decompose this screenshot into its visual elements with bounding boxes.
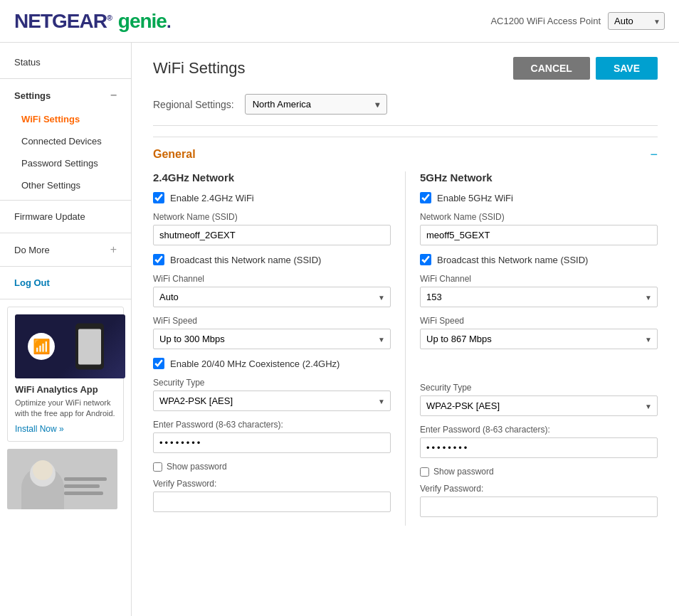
enable-5ghz-checkbox[interactable] [420,192,431,203]
coexistence-spacer [420,358,658,383]
show-password-5ghz-label: Show password [433,467,494,477]
sidebar-item-do-more[interactable]: Do More + [0,237,131,262]
network-5ghz-title: 5GHz Network [420,171,658,184]
app-header: NETGEAR® genie. AC1200 WiFi Access Point… [0,0,679,43]
netgear-text: NETGEAR [14,10,107,32]
support-image [7,449,117,509]
enable-24ghz-row: Enable 2.4GHz WiFi [153,192,391,203]
show-password-24ghz-checkbox[interactable] [153,462,162,472]
verify-password-24ghz-group: Verify Password: [153,479,391,512]
broadcast-5ghz-row: Broadcast this Network name (SSID) [420,254,658,265]
verify-password-5ghz-label: Verify Password: [420,484,658,494]
general-section-header: General − [153,148,658,161]
sidebar-item-logout[interactable]: Log Out [0,270,131,295]
svg-point-4 [33,460,53,480]
sidebar-divider-1 [0,78,131,79]
verify-password-5ghz-input[interactable] [420,496,658,517]
show-password-24ghz-row: Show password [153,462,391,472]
svg-rect-5 [64,477,107,481]
security-5ghz-select-wrapper[interactable]: WPA2-PSK [AES] [420,395,658,416]
logo-area: NETGEAR® genie. [14,10,171,33]
do-more-label: Do More [14,245,50,255]
speed-5ghz-select[interactable]: Up to 867 Mbps [420,329,658,349]
security-24ghz-select[interactable]: WPA2-PSK [AES] [153,391,391,411]
enable-5ghz-label: Enable 5GHz WiFi [437,193,513,203]
show-password-24ghz-label: Show password [167,462,227,472]
security-5ghz-group: Security Type WPA2-PSK [AES] [420,383,658,416]
sidebar: Status Settings − WiFi Settings Connecte… [0,43,132,616]
app-promo-section: 📶 WiFi Analytics App Optimize your WiFi … [7,307,124,442]
page-title: WiFi Settings [153,59,246,78]
regional-settings-label: Regional Settings: [153,99,234,110]
app-promo-description: Optimize your WiFi network with the free… [15,398,116,420]
password-24ghz-input[interactable] [153,432,391,453]
channel-24ghz-group: WiFi Channel Auto [153,274,391,307]
device-select[interactable]: Auto [608,12,665,30]
ssid-24ghz-input[interactable] [153,225,391,245]
password-5ghz-group: Enter Password (8-63 characters): [420,425,658,458]
security-24ghz-group: Security Type WPA2-PSK [AES] [153,378,391,411]
sidebar-divider-5 [0,299,131,299]
speed-24ghz-select[interactable]: Up to 300 Mbps [153,329,391,349]
page-header: WiFi Settings CANCEL SAVE [153,57,658,80]
general-collapse-button[interactable]: − [650,148,658,161]
action-buttons: CANCEL SAVE [513,57,658,80]
sidebar-item-other-settings[interactable]: Other Settings [0,174,131,196]
sidebar-item-status[interactable]: Status [0,50,131,75]
password-24ghz-label: Enter Password (8-63 characters): [153,420,391,430]
regional-select-wrapper[interactable]: North America ▼ [245,94,387,115]
security-5ghz-select[interactable]: WPA2-PSK [AES] [420,395,658,416]
speed-5ghz-label: WiFi Speed [420,316,658,326]
password-settings-label: Password Settings [21,158,98,169]
channel-5ghz-select-wrapper[interactable]: 153 [420,287,658,307]
speed-24ghz-select-wrapper[interactable]: Up to 300 Mbps [153,329,391,349]
sidebar-item-password-settings[interactable]: Password Settings [0,152,131,174]
password-5ghz-input[interactable] [420,437,658,458]
security-24ghz-label: Security Type [153,378,391,388]
genie-text: genie [118,10,167,32]
netgear-logo: NETGEAR® genie. [14,10,171,33]
device-label: AC1200 WiFi Access Point [490,16,601,26]
sidebar-item-firmware-update[interactable]: Firmware Update [0,204,131,229]
save-button[interactable]: SAVE [596,57,658,80]
app-install-link[interactable]: Install Now » [15,424,116,434]
broadcast-5ghz-checkbox[interactable] [420,254,431,265]
password-5ghz-label: Enter Password (8-63 characters): [420,425,658,435]
svg-rect-7 [64,492,103,495]
verify-password-5ghz-group: Verify Password: [420,484,658,517]
channel-5ghz-group: WiFi Channel 153 [420,274,658,307]
coexistence-row: Enable 20/40 MHz Coexistence (2.4GHz) [153,358,391,369]
channel-24ghz-select[interactable]: Auto [153,287,391,307]
speed-5ghz-select-wrapper[interactable]: Up to 867 Mbps [420,329,658,349]
channel-24ghz-select-wrapper[interactable]: Auto [153,287,391,307]
app-promo-image: 📶 [15,314,125,378]
registered-mark: ® [107,13,112,21]
regional-select[interactable]: North America [245,94,387,115]
cancel-button[interactable]: CANCEL [513,57,590,80]
ssid-5ghz-group: Network Name (SSID) [420,212,658,245]
broadcast-24ghz-checkbox[interactable] [153,254,164,265]
trademark-dot: . [167,12,171,31]
device-select-wrapper[interactable]: Auto [608,12,665,30]
ssid-5ghz-input[interactable] [420,225,658,245]
sidebar-item-connected-devices[interactable]: Connected Devices [0,130,131,152]
show-password-5ghz-checkbox[interactable] [420,467,429,477]
svg-rect-6 [64,484,100,488]
coexistence-checkbox[interactable] [153,358,164,369]
channel-5ghz-select[interactable]: 153 [420,287,658,307]
speed-24ghz-label: WiFi Speed [153,316,391,326]
regional-settings-row: Regional Settings: North America ▼ [153,94,658,126]
sidebar-divider-4 [0,266,131,267]
sidebar-divider-2 [0,200,131,201]
security-24ghz-select-wrapper[interactable]: WPA2-PSK [AES] [153,391,391,411]
sidebar-status-label: Status [14,57,41,68]
ssid-24ghz-label: Network Name (SSID) [153,212,391,222]
broadcast-24ghz-label: Broadcast this Network name (SSID) [170,255,321,265]
enable-24ghz-checkbox[interactable] [153,192,164,203]
firmware-update-label: Firmware Update [14,211,85,222]
speed-5ghz-group: WiFi Speed Up to 867 Mbps [420,316,658,349]
sidebar-item-wifi-settings[interactable]: WiFi Settings [0,108,131,130]
verify-password-24ghz-input[interactable] [153,492,391,512]
enable-5ghz-row: Enable 5GHz WiFi [420,192,658,203]
network-5ghz-column: 5GHz Network Enable 5GHz WiFi Network Na… [420,171,658,526]
